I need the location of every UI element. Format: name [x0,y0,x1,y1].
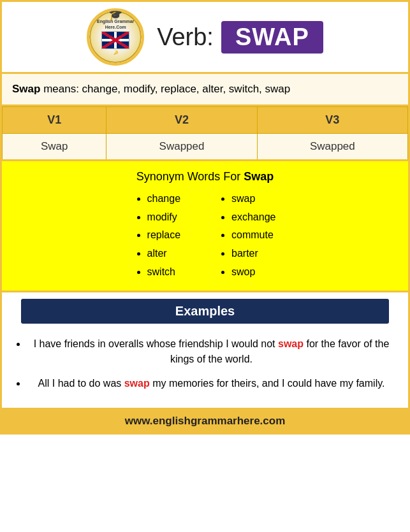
example-item-1: I have friends in overalls whose friends… [27,335,395,367]
table-header-v1: V1 [3,106,106,133]
list-item: replace [147,226,181,245]
means-bold-word: Swap [12,83,40,95]
means-section: Swap means: change, modify, replace, alt… [2,74,408,106]
list-item: swop [231,263,275,282]
example-1-before: I have friends in overalls whose friends… [34,338,278,349]
example-2-before: All I had to do was [38,378,124,389]
example-2-highlight: swap [124,378,150,389]
list-item: change [147,190,181,208]
means-text: means: change, modify, replace, alter, s… [40,83,290,95]
verb-label: Verb: [157,24,214,51]
examples-header: Examples [21,299,389,324]
logo-hat-icon: 🎓 [108,8,122,21]
synonym-list-1: change modify replace alter switch [135,190,181,282]
examples-wrapper: Examples [2,292,408,326]
table-cell-v2: Swapped [106,133,257,160]
synonym-list-2: swap exchange commute barter swop [219,190,275,282]
table-header-v2: V2 [106,106,257,133]
synonym-columns: change modify replace alter switch swap … [15,190,395,282]
header-word: SWAP [221,21,323,54]
synonym-title-normal: Synonym Words For [136,170,244,183]
synonym-title: Synonym Words For Swap [15,170,395,183]
table-cell-v1: Swap [3,133,106,160]
footer: www.englishgrammarhere.com [2,410,408,433]
synonym-section: Synonym Words For Swap change modify rep… [2,161,408,292]
list-item: barter [231,245,275,263]
logo: 🎓 English GrammarHere.Com 🔑 [87,8,144,66]
list-item: switch [147,263,181,282]
list-item: swap [231,190,275,208]
list-item: commute [231,226,275,245]
example-item-2: All I had to do was swap my memories for… [27,375,395,391]
list-item: exchange [231,208,275,227]
list-item: modify [147,208,181,227]
uk-flag-icon [101,31,129,49]
example-2-after: my memories for theirs, and I could have… [150,378,385,389]
synonym-title-bold: Swap [244,170,274,183]
examples-section: I have friends in overalls whose friends… [2,326,408,410]
examples-list: I have friends in overalls whose friends… [15,335,395,391]
table-header-v3: V3 [257,106,407,133]
verb-table: V1 V2 V3 Swap Swapped Swapped [2,106,408,161]
list-item: alter [147,245,181,263]
header: 🎓 English GrammarHere.Com 🔑 Verb: SWAP [2,2,408,74]
example-1-highlight: swap [278,338,304,349]
logo-text-bottom: 🔑 [113,50,118,55]
footer-url: www.englishgrammarhere.com [125,415,286,427]
table-cell-v3: Swapped [257,133,407,160]
